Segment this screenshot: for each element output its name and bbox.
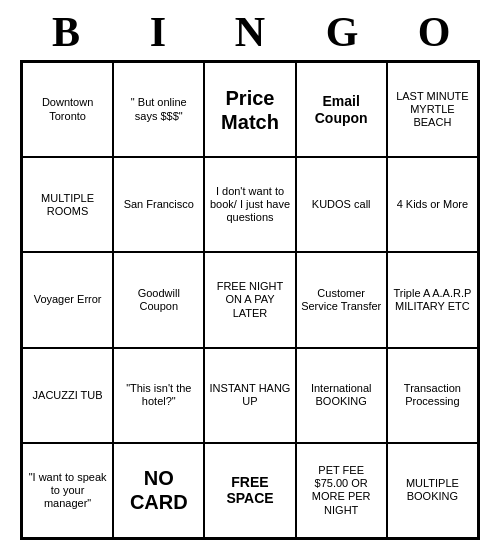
cell-2-2: FREE NIGHT ON A PAY LATER bbox=[204, 252, 295, 347]
cell-0-0: Downtown Toronto bbox=[22, 62, 113, 157]
title-b: B bbox=[36, 8, 96, 56]
cell-4-2: FREE SPACE bbox=[204, 443, 295, 538]
cell-3-3: International BOOKING bbox=[296, 348, 387, 443]
title-i: I bbox=[128, 8, 188, 56]
cell-1-4: 4 Kids or More bbox=[387, 157, 478, 252]
cell-2-0: Voyager Error bbox=[22, 252, 113, 347]
bingo-title: B I N G O bbox=[20, 0, 480, 60]
cell-3-1: "This isn't the hotel?" bbox=[113, 348, 204, 443]
cell-0-4: LAST MINUTE MYRTLE BEACH bbox=[387, 62, 478, 157]
cell-4-0: "I want to speak to your manager" bbox=[22, 443, 113, 538]
cell-1-2: I don't want to book/ I just have questi… bbox=[204, 157, 295, 252]
cell-1-3: KUDOS call bbox=[296, 157, 387, 252]
title-n: N bbox=[220, 8, 280, 56]
title-o: O bbox=[404, 8, 464, 56]
title-g: G bbox=[312, 8, 372, 56]
cell-4-4: MULTIPLE BOOKING bbox=[387, 443, 478, 538]
cell-3-2: INSTANT HANG UP bbox=[204, 348, 295, 443]
cell-2-1: Goodwill Coupon bbox=[113, 252, 204, 347]
cell-0-2: Price Match bbox=[204, 62, 295, 157]
cell-0-3: Email Coupon bbox=[296, 62, 387, 157]
cell-0-1: " But online says $$$" bbox=[113, 62, 204, 157]
cell-1-0: MULTIPLE ROOMS bbox=[22, 157, 113, 252]
cell-1-1: San Francisco bbox=[113, 157, 204, 252]
bingo-grid: Downtown Toronto " But online says $$$" … bbox=[20, 60, 480, 540]
cell-4-1: NO CARD bbox=[113, 443, 204, 538]
cell-2-3: Customer Service Transfer bbox=[296, 252, 387, 347]
cell-2-4: Triple A A.A.R.P MILITARY ETC bbox=[387, 252, 478, 347]
cell-3-0: JACUZZI TUB bbox=[22, 348, 113, 443]
cell-3-4: Transaction Processing bbox=[387, 348, 478, 443]
cell-4-3: PET FEE $75.00 OR MORE PER NIGHT bbox=[296, 443, 387, 538]
